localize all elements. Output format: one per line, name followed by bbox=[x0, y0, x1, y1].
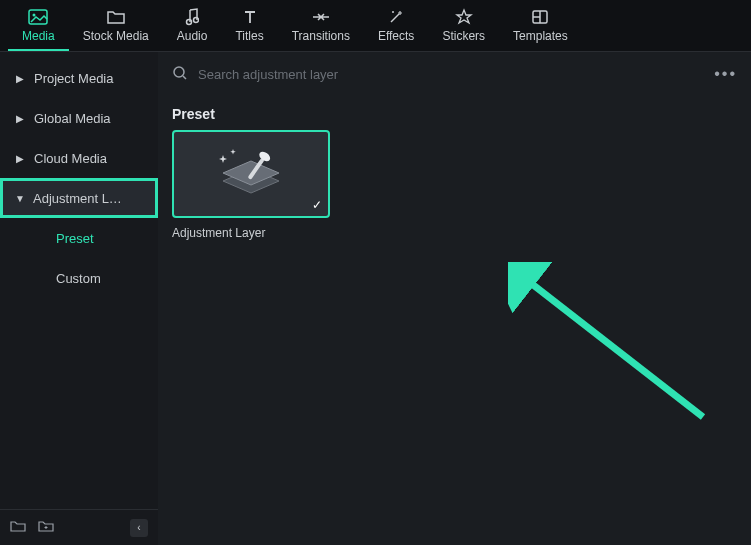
sidebar-item-label: Cloud Media bbox=[34, 151, 107, 166]
preset-card-label: Adjustment Layer bbox=[172, 226, 330, 240]
tab-label: Titles bbox=[235, 29, 263, 43]
search-bar: ••• bbox=[158, 52, 751, 96]
sidebar: ▶ Project Media ▶ Global Media ▶ Cloud M… bbox=[0, 52, 158, 545]
tab-stickers[interactable]: Stickers bbox=[428, 0, 499, 51]
text-icon bbox=[240, 8, 260, 26]
wand-icon bbox=[386, 8, 406, 26]
preset-card-adjustment-layer[interactable]: ✓ Adjustment Layer bbox=[172, 130, 330, 240]
preset-thumbnail: ✓ bbox=[172, 130, 330, 218]
tab-transitions[interactable]: Transitions bbox=[278, 0, 364, 51]
check-icon: ✓ bbox=[312, 198, 322, 212]
chevron-left-icon: ‹ bbox=[137, 522, 140, 533]
sidebar-item-project-media[interactable]: ▶ Project Media bbox=[4, 58, 154, 98]
sidebar-subitem-label: Custom bbox=[56, 271, 101, 286]
sidebar-item-label: Global Media bbox=[34, 111, 111, 126]
tab-label: Stickers bbox=[442, 29, 485, 43]
chevron-right-icon: ▶ bbox=[16, 113, 26, 124]
svg-point-5 bbox=[174, 67, 184, 77]
svg-line-11 bbox=[523, 277, 703, 417]
content-area: ••• Preset bbox=[158, 52, 751, 545]
new-folder-icon[interactable] bbox=[10, 519, 26, 536]
folder-icon bbox=[106, 8, 126, 26]
sidebar-item-adjustment-layer[interactable]: ▼ Adjustment L… bbox=[0, 178, 158, 218]
sidebar-subitem-preset[interactable]: Preset bbox=[0, 218, 158, 258]
music-note-icon bbox=[182, 8, 202, 26]
search-icon bbox=[172, 65, 188, 84]
tab-titles[interactable]: Titles bbox=[221, 0, 277, 51]
chevron-right-icon: ▶ bbox=[16, 73, 26, 84]
sidebar-subitem-custom[interactable]: Custom bbox=[0, 258, 158, 298]
sidebar-item-label: Adjustment L… bbox=[33, 191, 122, 206]
top-tabs: Media Stock Media Audio Titles Transitio… bbox=[0, 0, 751, 52]
template-icon bbox=[530, 8, 550, 26]
sidebar-item-label: Project Media bbox=[34, 71, 113, 86]
collapse-sidebar-button[interactable]: ‹ bbox=[130, 519, 148, 537]
tab-label: Transitions bbox=[292, 29, 350, 43]
section-title: Preset bbox=[158, 96, 751, 130]
tab-label: Media bbox=[22, 29, 55, 43]
annotation-arrow bbox=[508, 262, 728, 442]
chevron-down-icon: ▼ bbox=[15, 193, 25, 204]
search-input[interactable] bbox=[198, 67, 704, 82]
tab-label: Audio bbox=[177, 29, 208, 43]
new-item-icon[interactable] bbox=[38, 519, 54, 536]
transition-icon bbox=[311, 8, 331, 26]
tab-media[interactable]: Media bbox=[8, 0, 69, 51]
tab-label: Effects bbox=[378, 29, 414, 43]
sidebar-subitem-label: Preset bbox=[56, 231, 94, 246]
tab-label: Templates bbox=[513, 29, 568, 43]
sidebar-item-global-media[interactable]: ▶ Global Media bbox=[4, 98, 154, 138]
tab-audio[interactable]: Audio bbox=[163, 0, 222, 51]
svg-point-1 bbox=[33, 14, 36, 17]
tab-effects[interactable]: Effects bbox=[364, 0, 428, 51]
tab-label: Stock Media bbox=[83, 29, 149, 43]
tab-stock-media[interactable]: Stock Media bbox=[69, 0, 163, 51]
tab-templates[interactable]: Templates bbox=[499, 0, 582, 51]
chevron-right-icon: ▶ bbox=[16, 153, 26, 164]
image-icon bbox=[28, 8, 48, 26]
more-options-button[interactable]: ••• bbox=[714, 65, 737, 83]
svg-point-3 bbox=[194, 18, 199, 23]
sticker-icon bbox=[454, 8, 474, 26]
sidebar-item-cloud-media[interactable]: ▶ Cloud Media bbox=[4, 138, 154, 178]
sidebar-footer: ‹ bbox=[0, 509, 158, 545]
